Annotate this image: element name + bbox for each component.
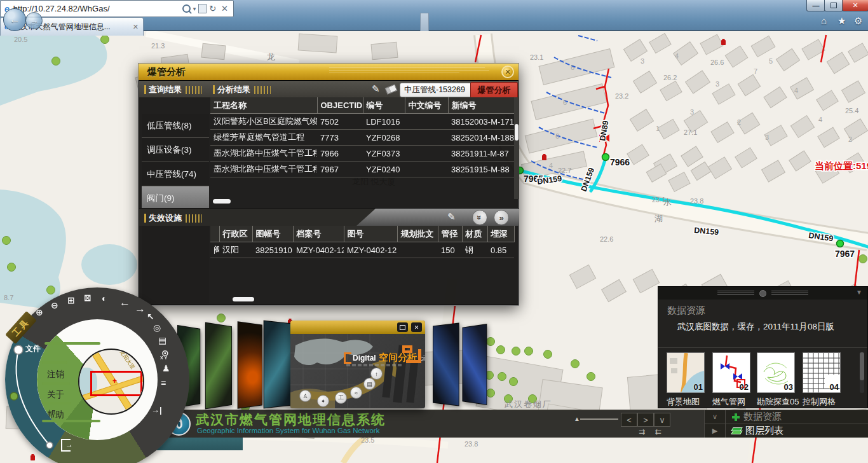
v-scrollbar-track[interactable] — [514, 97, 519, 199]
col-header[interactable]: 埋深 — [487, 226, 514, 242]
scale-slider-marker[interactable]: ▲ — [574, 415, 580, 422]
expand-layer-list-button[interactable]: ▶ — [705, 424, 726, 438]
next-extent-button[interactable]: > — [637, 413, 654, 427]
v-scrollbar-thumb[interactable] — [515, 124, 519, 141]
module-card[interactable] — [462, 324, 487, 405]
pan-icon[interactable]: ⊞ — [67, 296, 75, 305]
col-header[interactable]: 行政区 — [219, 226, 252, 242]
tool-button[interactable]: 工 — [335, 392, 347, 404]
attribute-table-icon[interactable]: ▤ — [158, 336, 166, 345]
users-icon[interactable]: ♟ — [162, 364, 170, 373]
table-row[interactable]: 汉阳警苑小区B区庭院燃气竣工图7502 LDF1016 38152003-M-1… — [210, 114, 514, 130]
module-card[interactable] — [433, 322, 459, 406]
rewind-icon[interactable]: ⇇ — [655, 427, 661, 436]
col-header[interactable]: 工程名称 — [210, 97, 317, 114]
col-header[interactable]: 管径 — [438, 226, 462, 242]
query-item-low-pressure[interactable]: 低压管线(8) — [142, 114, 209, 138]
query-item-regulator[interactable]: 调压设备(3) — [142, 138, 209, 162]
menu-item-about[interactable]: 关于 — [47, 389, 64, 401]
dialog-titlebar[interactable]: 爆管分析 ✕ — [139, 64, 519, 81]
draw-pencil-icon[interactable]: ✎ — [372, 83, 380, 95]
col-header[interactable]: 档案号 — [293, 226, 344, 242]
compatibility-view-icon[interactable] — [198, 4, 207, 13]
window-minimize-button[interactable]: — — [806, 0, 825, 11]
window-close-button[interactable]: ✕ — [842, 0, 868, 11]
menu-item-logout[interactable]: 注销 — [47, 369, 64, 380]
collapse-data-resource-button[interactable]: ∨ — [705, 410, 726, 424]
table-row[interactable]: 墨水湖北路中压煤气干管工程17966 YZF0373 38251911-M-87 — [210, 146, 514, 162]
collapse-menu-icon[interactable]: →| — [151, 406, 162, 414]
search-icon[interactable] — [182, 4, 191, 13]
layer-list-toggle[interactable]: 图层列表 — [745, 425, 783, 437]
panel-collapse-icon[interactable]: ▼ — [856, 289, 862, 296]
expand-down-button[interactable]: » — [472, 210, 487, 225]
expand-right-button[interactable]: » — [494, 210, 509, 225]
zoom-out-icon[interactable]: ⊖ — [51, 301, 58, 310]
menu-item-help[interactable]: 帮助 — [47, 409, 64, 420]
home-icon[interactable]: ⌂ — [821, 15, 827, 26]
tool-button[interactable]: ▤ — [363, 378, 376, 390]
h-scrollbar-thumb[interactable] — [213, 199, 231, 204]
zoom-in-icon[interactable]: ⊕ — [36, 308, 43, 317]
module-window-titlebar[interactable]: ✕ — [290, 321, 425, 334]
table-row[interactable]: 阀 汉阳 38251910 MZY-0402-12 MZY-0402-12 15… — [210, 242, 514, 258]
window-restore-button[interactable] — [824, 0, 843, 11]
table-row[interactable]: 墨水湖北路中压煤气干管工程17967 YZF0240 38251915-M-88 — [210, 162, 514, 177]
panel-drag-handle[interactable]: ▼ — [658, 287, 867, 300]
module-card[interactable] — [205, 322, 232, 410]
h-scrollbar-thumb[interactable] — [233, 297, 254, 301]
search-dropdown-icon[interactable]: ▾ — [193, 6, 196, 12]
overview-minimap[interactable]: 龙阳大道 + — [78, 349, 144, 415]
col-header[interactable]: 新编号 — [448, 97, 514, 114]
scale-slider-track[interactable] — [580, 418, 618, 420]
table-row[interactable]: 绿璧芳草庭燃气管道工程7773 YZF0268 38252014-M-1886 — [210, 130, 514, 146]
refresh-icon[interactable]: ↻ — [209, 4, 216, 13]
collapse-toolbar-button[interactable]: ∨ — [654, 413, 670, 427]
col-header[interactable]: 图号 — [344, 226, 397, 242]
globe-icon[interactable]: ◐ — [102, 294, 107, 303]
tools-gear-icon[interactable]: ⚙ — [854, 15, 862, 27]
module-card[interactable] — [238, 321, 262, 409]
layer-label[interactable]: 勘院探查05 — [757, 396, 799, 408]
module-window-spatial-analysis[interactable]: ✕ Digital 空间分析 city — [290, 321, 425, 408]
panel-scrollbar[interactable] — [860, 352, 864, 393]
layer-thumb-survey[interactable]: 03 — [757, 352, 795, 393]
prev-extent-button[interactable]: < — [621, 413, 637, 427]
full-extent-icon[interactable]: ⊠ — [84, 293, 92, 302]
fast-forward-icon[interactable]: ⇉ — [639, 427, 645, 436]
query-item-valve[interactable]: 阀门(9) — [142, 186, 209, 211]
col-header[interactable]: OBJECTID — [317, 97, 363, 114]
tool-button[interactable]: ≈ — [350, 387, 362, 399]
layer-thumb-background-map[interactable]: 01 — [667, 352, 705, 393]
list-icon[interactable]: ≡ — [161, 378, 166, 387]
col-header[interactable]: 材质 — [462, 226, 487, 242]
burst-analysis-button[interactable]: 爆管分析 — [470, 82, 518, 98]
module-close-button[interactable]: ✕ — [411, 322, 422, 332]
col-header[interactable]: 图幅号 — [252, 226, 293, 242]
file-menu-label[interactable]: 文件 — [25, 343, 41, 354]
layer-thumb-gas-network[interactable]: 02 — [712, 352, 750, 393]
layer-label[interactable]: 燃气管网 — [712, 396, 745, 408]
select-icon[interactable]: ↖ — [147, 312, 154, 321]
col-header[interactable]: 编号 — [363, 97, 405, 114]
layer-thumb-control-grid[interactable]: 04 — [803, 352, 841, 393]
new-tab-stub[interactable] — [420, 13, 429, 31]
identify-icon[interactable]: ◎ — [153, 323, 161, 332]
browser-back-button[interactable]: ← — [3, 8, 26, 31]
module-minimize-button[interactable] — [397, 322, 408, 332]
query-item-medium-pressure[interactable]: 中压管线(74) — [142, 162, 209, 186]
tool-button[interactable]: ↑ — [370, 368, 383, 380]
favorites-star-icon[interactable]: ★ — [837, 15, 846, 27]
stop-icon[interactable]: ✕ — [221, 4, 228, 13]
eraser-icon[interactable] — [385, 84, 398, 95]
col-header[interactable]: 规划批文 — [397, 226, 438, 242]
url-text[interactable]: http://10.27.24.82/WhGas/ — [13, 4, 182, 13]
data-resource-toggle[interactable]: 数据资源 — [743, 411, 782, 423]
col-header[interactable]: 中文编号 — [405, 97, 448, 114]
previous-view-icon[interactable]: ← — [119, 297, 130, 308]
tool-button[interactable]: ✦ — [317, 395, 329, 407]
module-card[interactable] — [264, 321, 291, 409]
logout-door-icon[interactable]: → — [61, 439, 71, 452]
layer-label[interactable]: 背景地图 — [667, 396, 700, 408]
browser-forward-button[interactable]: → — [25, 12, 43, 29]
